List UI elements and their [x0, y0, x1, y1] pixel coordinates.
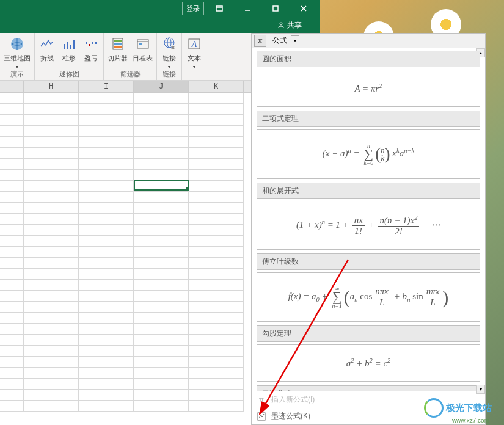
grid-cell[interactable] — [134, 192, 189, 203]
grid-cell[interactable] — [134, 104, 189, 115]
grid-cell[interactable] — [24, 357, 79, 368]
grid-cell[interactable] — [24, 181, 79, 192]
grid-cell[interactable] — [79, 258, 134, 269]
equation-item-pythagorean[interactable]: 勾股定理 a2 + b2 = c2 — [257, 325, 480, 382]
grid-cell[interactable] — [24, 93, 79, 104]
grid-cell[interactable] — [189, 335, 244, 346]
column-header[interactable]: K — [189, 81, 244, 92]
grid-cell[interactable] — [79, 401, 134, 412]
grid-cell[interactable] — [0, 126, 24, 137]
grid-cell[interactable] — [79, 148, 134, 159]
grid-cell[interactable] — [189, 379, 244, 390]
grid-cell[interactable] — [189, 401, 244, 412]
grid-cell[interactable] — [0, 379, 24, 390]
grid-cell[interactable] — [79, 324, 134, 335]
share-button[interactable]: 共享 — [277, 20, 302, 31]
grid-cell[interactable] — [134, 401, 189, 412]
grid-cell[interactable] — [0, 225, 24, 236]
grid-cell[interactable] — [0, 148, 24, 159]
grid-cell[interactable] — [79, 126, 134, 137]
grid-cell[interactable] — [134, 313, 189, 324]
grid-cell[interactable] — [189, 225, 244, 236]
grid-cell[interactable] — [24, 258, 79, 269]
grid-cell[interactable] — [24, 170, 79, 181]
grid-cell[interactable] — [134, 203, 189, 214]
grid-cell[interactable] — [189, 346, 244, 357]
grid-cell[interactable] — [79, 236, 134, 247]
grid-cell[interactable] — [0, 258, 24, 269]
grid-cell[interactable] — [189, 214, 244, 225]
grid-cell[interactable] — [134, 302, 189, 313]
grid-cell[interactable] — [24, 368, 79, 379]
grid-cell[interactable] — [0, 203, 24, 214]
grid-cell[interactable] — [134, 291, 189, 302]
grid-cell[interactable] — [0, 357, 24, 368]
grid-cell[interactable] — [79, 357, 134, 368]
grid-cell[interactable] — [134, 390, 189, 401]
grid-cell[interactable] — [189, 291, 244, 302]
grid-cell[interactable] — [0, 159, 24, 170]
grid-cell[interactable] — [134, 280, 189, 291]
grid-cell[interactable] — [0, 280, 24, 291]
grid-cell[interactable] — [0, 137, 24, 148]
grid-cell[interactable] — [79, 159, 134, 170]
ribbon-3d-map[interactable]: 三维地图 ▾ — [4, 35, 31, 70]
grid-cell[interactable] — [79, 335, 134, 346]
grid-cell[interactable] — [79, 170, 134, 181]
grid-cell[interactable] — [189, 236, 244, 247]
grid-cell[interactable] — [79, 269, 134, 280]
ribbon-sparkline-column[interactable]: 柱形 — [60, 35, 78, 63]
grid-cell[interactable] — [134, 346, 189, 357]
grid-cell[interactable] — [24, 302, 79, 313]
grid-cell[interactable] — [0, 170, 24, 181]
grid-cell[interactable] — [79, 379, 134, 390]
grid-cell[interactable] — [0, 192, 24, 203]
grid-cell[interactable] — [189, 181, 244, 192]
grid-cell[interactable] — [24, 335, 79, 346]
grid-cell[interactable] — [134, 247, 189, 258]
grid-cell[interactable] — [189, 313, 244, 324]
grid-cell[interactable] — [189, 280, 244, 291]
grid-cell[interactable] — [79, 313, 134, 324]
grid-cell[interactable] — [134, 93, 189, 104]
grid-cell[interactable] — [189, 390, 244, 401]
grid-cell[interactable] — [79, 368, 134, 379]
grid-cell[interactable] — [134, 368, 189, 379]
grid-cell[interactable] — [189, 302, 244, 313]
grid-cell[interactable] — [79, 137, 134, 148]
grid-cell[interactable] — [189, 170, 244, 181]
login-button[interactable]: 登录 — [182, 2, 204, 15]
grid-cell[interactable] — [79, 203, 134, 214]
grid-cell[interactable] — [189, 368, 244, 379]
grid-cell[interactable] — [0, 214, 24, 225]
ribbon-textbox[interactable]: A 文本 ▾ — [186, 35, 203, 70]
grid-cell[interactable] — [134, 225, 189, 236]
grid-cell[interactable] — [134, 335, 189, 346]
grid-cell[interactable] — [0, 93, 24, 104]
grid-cell[interactable] — [79, 291, 134, 302]
grid-cell[interactable] — [0, 302, 24, 313]
grid-cell[interactable] — [189, 247, 244, 258]
grid-cell[interactable] — [134, 379, 189, 390]
grid-cell[interactable] — [189, 203, 244, 214]
column-header[interactable]: I — [79, 81, 134, 92]
minimize-button[interactable] — [235, 2, 260, 15]
grid-cell[interactable] — [0, 236, 24, 247]
grid-cell[interactable] — [24, 247, 79, 258]
grid-cell[interactable] — [134, 137, 189, 148]
grid-cell[interactable] — [189, 115, 244, 126]
grid-cell[interactable] — [79, 181, 134, 192]
grid-cell[interactable] — [24, 126, 79, 137]
grid-cell[interactable] — [189, 104, 244, 115]
grid-cell[interactable] — [24, 159, 79, 170]
grid-cell[interactable] — [24, 225, 79, 236]
grid-cell[interactable] — [0, 247, 24, 258]
grid-cell[interactable] — [0, 324, 24, 335]
grid-cell[interactable] — [79, 247, 134, 258]
grid-cell[interactable] — [134, 214, 189, 225]
grid-cell[interactable] — [134, 170, 189, 181]
ribbon-options-button[interactable] — [206, 2, 232, 15]
ribbon-sparkline-winlose[interactable]: 盈亏 — [82, 35, 100, 63]
grid-cell[interactable] — [134, 159, 189, 170]
equation-item-binomial[interactable]: 二项式定理 (x + a)n = n∑k=0(nk) xkan−k — [257, 111, 480, 179]
